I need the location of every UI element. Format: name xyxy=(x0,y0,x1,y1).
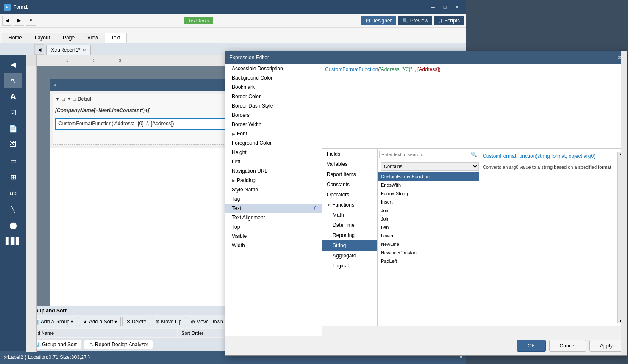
ruler-vertical xyxy=(26,66,37,352)
func-padleft[interactable]: PadLeft xyxy=(378,257,479,265)
prop-left[interactable]: Left xyxy=(225,157,322,166)
func-insert[interactable]: Insert xyxy=(378,198,479,206)
cat-functions[interactable]: Functions xyxy=(322,200,377,210)
text-tool-button[interactable]: A xyxy=(4,89,22,104)
designer-tab[interactable]: ⊟ Designer xyxy=(361,16,396,25)
tab-view[interactable]: View xyxy=(81,33,105,43)
expr-scroll-up[interactable]: ▲ xyxy=(621,64,627,69)
prop-accessible-desc[interactable]: Accessible Description xyxy=(225,64,322,73)
group-sort-toggle-button[interactable]: 📊 Group and Sort xyxy=(29,340,81,349)
tab-text[interactable]: Text xyxy=(105,33,127,43)
desc-scroll-up[interactable]: ▲ xyxy=(618,152,623,156)
canvas-nav-icon[interactable]: ◀ xyxy=(53,83,56,87)
prop-padding[interactable]: ▶ Padding xyxy=(225,176,322,185)
cat-datetime[interactable]: DateTime xyxy=(322,220,377,230)
func-ends-with[interactable]: EndsWith xyxy=(378,181,479,189)
cat-fields[interactable]: Fields xyxy=(322,149,377,159)
scripts-tab[interactable]: ⟨⟩ Scripts xyxy=(434,16,464,25)
prop-style-name[interactable]: Style Name xyxy=(225,185,322,194)
shape-tool-button[interactable]: ▭ xyxy=(4,153,22,168)
tab-page[interactable]: Page xyxy=(56,33,81,43)
quick-access-dropdown[interactable]: ▾ xyxy=(26,16,36,26)
line-tool-button[interactable]: ╲ xyxy=(4,201,22,217)
prop-visible[interactable]: Visible xyxy=(225,232,322,241)
prop-navigation-url[interactable]: Navigation URL xyxy=(225,166,322,176)
left-toolbar: ◀ ↖ A ☑ 📄 🖼 ▭ ⊞ ab ╲ ⬤ ▋▊▋ xyxy=(0,55,26,352)
font-expand-icon[interactable]: ▶ xyxy=(232,132,235,136)
prop-foreground-color[interactable]: Foreground Color xyxy=(225,138,322,148)
search-input[interactable] xyxy=(379,151,470,158)
move-down-icon: ⊕ xyxy=(191,319,195,325)
func-custom-format[interactable]: CustomFormatFunction xyxy=(378,172,479,181)
nav-forward-button[interactable]: ▶ xyxy=(14,16,24,26)
page-info-tool-button[interactable]: 📄 xyxy=(4,121,22,136)
tab-layout[interactable]: Layout xyxy=(28,33,56,43)
add-sort-dropdown-icon[interactable]: ▾ xyxy=(114,319,117,325)
move-up-button[interactable]: ⊕ Move Up xyxy=(152,317,185,326)
expr-scroll-down[interactable]: ▼ xyxy=(621,143,627,148)
chart-tool-button[interactable]: ⬤ xyxy=(4,218,22,233)
apply-button[interactable]: Apply xyxy=(589,340,623,352)
prop-border-width[interactable]: Border Width xyxy=(225,120,322,129)
analyzer-button[interactable]: ⚠ Report Design Analyzer xyxy=(84,340,153,349)
expression-input[interactable]: CustomFormatFunction('Address: "{0}".', … xyxy=(322,64,621,148)
cat-operators[interactable]: Operators xyxy=(322,190,377,200)
cat-constants[interactable]: Constants xyxy=(322,179,377,190)
prop-top[interactable]: Top xyxy=(225,222,322,232)
nav-back-button[interactable]: ◀ xyxy=(2,16,12,26)
func-format-string[interactable]: FormatString xyxy=(378,189,479,198)
func-join-2[interactable]: Join xyxy=(378,215,479,223)
func-newline[interactable]: NewLine xyxy=(378,240,479,248)
text-ab-button[interactable]: ab xyxy=(4,185,22,201)
func-len[interactable]: Len xyxy=(378,223,479,232)
cat-string[interactable]: String xyxy=(322,240,377,251)
dialog-close-button[interactable]: ✕ xyxy=(617,54,622,61)
cat-reporting[interactable]: Reporting xyxy=(322,230,377,240)
desc-scroll-down[interactable]: ▼ xyxy=(618,319,623,323)
cat-aggregate[interactable]: Aggregate xyxy=(322,251,377,261)
tab-home[interactable]: Home xyxy=(2,33,28,43)
padding-expand-icon[interactable]: ▶ xyxy=(232,178,235,183)
collapse-panel-button[interactable]: ◀ xyxy=(4,57,22,72)
prop-background-color[interactable]: Background Color xyxy=(225,73,322,83)
doc-tab-close[interactable]: ✕ xyxy=(83,48,86,52)
prop-tag[interactable]: Tag xyxy=(225,194,322,204)
func-join-1[interactable]: Join xyxy=(378,206,479,215)
cancel-button[interactable]: Cancel xyxy=(549,340,586,352)
cat-report-items[interactable]: Report Items xyxy=(322,169,377,179)
image-tool-button[interactable]: 🖼 xyxy=(4,137,22,152)
scroll-left-icon[interactable]: ◀ xyxy=(34,44,44,55)
title-bar: F Form1 ─ □ ✕ xyxy=(0,0,466,14)
minimize-button[interactable]: ─ xyxy=(428,3,439,11)
prop-border-dash-style[interactable]: Border Dash Style xyxy=(225,101,322,110)
prop-borders[interactable]: Borders xyxy=(225,110,322,120)
func-lower[interactable]: Lower xyxy=(378,232,479,240)
close-button[interactable]: ✕ xyxy=(451,3,462,11)
barcode-tool-button[interactable]: ▋▊▋ xyxy=(4,234,22,249)
cat-math[interactable]: Math xyxy=(322,210,377,220)
move-down-button[interactable]: ⊕ Move Down xyxy=(187,317,227,326)
add-group-dropdown-icon[interactable]: ▾ xyxy=(71,319,73,325)
prop-font[interactable]: ▶ Font xyxy=(225,129,322,138)
prop-text-alignment[interactable]: Text Alignment xyxy=(225,213,322,222)
add-sort-button[interactable]: ▲ Add a Sort ▾ xyxy=(79,317,121,326)
checkbox-tool-button[interactable]: ☑ xyxy=(4,105,22,120)
prop-height[interactable]: Height xyxy=(225,148,322,157)
prop-width[interactable]: Width xyxy=(225,241,322,250)
col-field-name: Field Name xyxy=(27,329,177,337)
prop-border-color[interactable]: Border Color xyxy=(225,92,322,101)
maximize-button[interactable]: □ xyxy=(439,3,450,11)
delete-button[interactable]: ✕ Delete xyxy=(122,317,150,326)
pointer-tool-button[interactable]: ↖ xyxy=(4,73,22,88)
prop-bookmark[interactable]: Bookmark xyxy=(225,83,322,92)
band-collapse-icon[interactable]: ▼ xyxy=(55,96,60,102)
doc-tab-xtrareport[interactable]: XtraReport1* ✕ xyxy=(46,45,91,55)
prop-text[interactable]: Text f xyxy=(225,204,322,213)
func-newline-constant[interactable]: NewLineConstant xyxy=(378,248,479,257)
filter-dropdown[interactable]: Contains xyxy=(381,162,479,171)
cat-logical[interactable]: Logical xyxy=(322,261,377,271)
ok-button[interactable]: OK xyxy=(517,340,545,352)
cat-variables[interactable]: Variables xyxy=(322,159,377,169)
preview-tab[interactable]: 🔍 Preview xyxy=(398,16,433,25)
table-tool-button[interactable]: ⊞ xyxy=(4,169,22,185)
